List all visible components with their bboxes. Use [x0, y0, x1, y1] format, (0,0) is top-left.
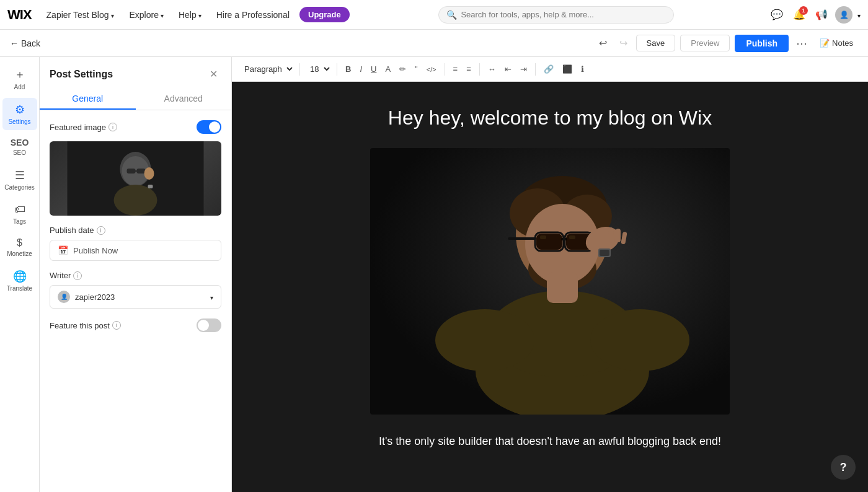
chat-icon-button[interactable]: 💬	[768, 6, 786, 23]
writer-dropdown-chevron	[210, 292, 213, 302]
highlight-button[interactable]: ✏	[396, 63, 409, 76]
featured-image-info-icon[interactable]: i	[108, 123, 117, 131]
back-arrow-icon: ←	[10, 38, 19, 48]
svg-point-36	[590, 309, 689, 371]
redo-button[interactable]: ↪	[616, 35, 631, 51]
post-settings-panel: Post Settings ✕ General Advanced Feature…	[40, 57, 232, 492]
help-button[interactable]: ?	[831, 455, 856, 480]
search-input[interactable]	[461, 10, 666, 19]
search-bar: 🔍	[438, 6, 674, 24]
svg-rect-5	[135, 170, 138, 172]
user-avatar[interactable]: 👤	[835, 6, 852, 24]
text-color-button[interactable]: A	[382, 63, 394, 76]
featured-image-row: Featured image i	[50, 120, 221, 134]
panel-title: Post Settings	[50, 69, 113, 80]
notifications-icon-button[interactable]: 🔔 1	[790, 6, 808, 23]
writer-left: 👤 zapier2023	[58, 291, 115, 303]
announcements-icon-button[interactable]: 📢	[813, 6, 830, 23]
sidebar-item-settings[interactable]: ⚙ Settings	[2, 98, 37, 130]
sidebar-item-add[interactable]: ＋ Add	[2, 62, 37, 95]
categories-icon: ☰	[15, 169, 25, 182]
format-toolbar-divider-5	[535, 63, 536, 76]
publish-button[interactable]: Publish	[735, 35, 789, 52]
panel-tabs: General Advanced	[40, 89, 231, 110]
back-button[interactable]: ← Back	[10, 38, 40, 48]
search-icon: 🔍	[446, 10, 457, 20]
featured-image-thumbnail[interactable]	[50, 141, 221, 216]
undo-button[interactable]: ↩	[595, 35, 611, 51]
sidebar-item-monetize-label: Monetize	[7, 250, 32, 257]
link-button[interactable]: 🔗	[541, 63, 557, 76]
image-button[interactable]: ⬛	[559, 63, 575, 76]
help-chevron	[198, 10, 202, 20]
help-nav-link[interactable]: Help	[174, 7, 206, 22]
sidebar-item-translate[interactable]: 🌐 Translate	[2, 265, 37, 297]
writer-dropdown[interactable]: 👤 zapier2023	[50, 285, 221, 309]
blog-post-subtitle: It's the only site builder that doesn't …	[379, 433, 721, 450]
publish-date-info-icon[interactable]: i	[97, 226, 105, 235]
blog-title-label: Zapier Test Blog	[46, 10, 109, 20]
blog-featured-image	[370, 148, 730, 415]
seo-icon: SEO	[11, 138, 29, 147]
sidebar-item-seo-label: SEO	[13, 149, 26, 156]
upgrade-button[interactable]: Upgrade	[299, 7, 350, 22]
indent-right-button[interactable]: ⇥	[517, 63, 530, 76]
writer-label: Writer i	[50, 271, 221, 280]
featured-image-toggle[interactable]	[197, 120, 221, 134]
sidebar-item-seo[interactable]: SEO SEO	[2, 133, 37, 161]
calendar-icon: 📅	[58, 245, 68, 255]
left-sidebar: ＋ Add ⚙ Settings SEO SEO ☰ Categories 🏷 …	[0, 57, 40, 492]
bold-button[interactable]: B	[342, 63, 354, 76]
hire-professional-nav-link[interactable]: Hire a Professional	[211, 7, 294, 22]
unordered-list-button[interactable]: ≡	[463, 63, 474, 76]
close-panel-button[interactable]: ✕	[206, 67, 221, 81]
publish-date-input[interactable]: 📅 Publish Now	[50, 240, 221, 261]
save-button[interactable]: Save	[636, 35, 676, 51]
top-navigation: wix Zapier Test Blog Explore Help Hire a…	[0, 0, 868, 30]
svg-rect-24	[508, 237, 536, 240]
notes-icon: 📝	[820, 38, 830, 48]
format-toolbar-divider-4	[479, 63, 480, 76]
sidebar-item-tags[interactable]: 🏷 Tags	[2, 198, 37, 230]
sidebar-item-categories-label: Categories	[4, 184, 34, 191]
format-toolbar-divider-1	[299, 63, 300, 76]
svg-rect-28	[616, 229, 621, 242]
toolbar-right-actions: ↩ ↪ Save Preview Publish ⋯ 📝 Notes	[595, 34, 858, 53]
code-button[interactable]: </>	[423, 64, 440, 75]
blog-title-button[interactable]: Zapier Test Blog	[42, 7, 120, 22]
feature-post-row: Feature this post i	[50, 318, 221, 332]
explore-chevron	[161, 10, 164, 20]
tags-icon: 🏷	[14, 203, 25, 216]
notes-label: Notes	[832, 38, 853, 48]
preview-button[interactable]: Preview	[680, 35, 730, 51]
publish-date-value: Publish Now	[73, 246, 118, 255]
font-size-select[interactable]: 18	[305, 63, 332, 76]
feature-post-label: Feature this post i	[50, 321, 121, 330]
italic-button[interactable]: I	[356, 63, 365, 76]
feature-post-toggle[interactable]	[197, 318, 221, 332]
blockquote-button[interactable]: "	[412, 63, 421, 76]
feature-post-info-icon[interactable]: i	[112, 321, 121, 330]
notes-button[interactable]: 📝 Notes	[815, 36, 858, 50]
sidebar-item-categories[interactable]: ☰ Categories	[2, 164, 37, 196]
format-toolbar: Paragraph 18 B I U A ✏ " </> ≡ ≡ ↔ ⇤ ⇥ 🔗…	[232, 57, 868, 82]
sidebar-item-monetize[interactable]: $ Monetize	[2, 232, 37, 262]
writer-avatar: 👤	[58, 291, 70, 303]
svg-rect-20	[540, 235, 546, 239]
panel-content: Featured image i	[40, 120, 231, 340]
tab-general[interactable]: General	[40, 89, 136, 110]
paragraph-style-select[interactable]: Paragraph	[239, 63, 294, 76]
writer-info-icon[interactable]: i	[73, 271, 82, 280]
more-options-button[interactable]: ⋯	[794, 34, 810, 53]
ordered-list-button[interactable]: ≡	[450, 63, 461, 76]
more-format-button[interactable]: ℹ	[578, 63, 587, 76]
text-align-button[interactable]: ↔	[485, 63, 499, 76]
indent-left-button[interactable]: ⇤	[502, 63, 515, 76]
featured-image-label: Featured image i	[50, 123, 117, 132]
editor-toolbar: ← Back ↩ ↪ Save Preview Publish ⋯ 📝 Note…	[0, 30, 868, 57]
underline-button[interactable]: U	[368, 63, 379, 76]
sidebar-item-translate-label: Translate	[7, 285, 32, 292]
explore-nav-link[interactable]: Explore	[124, 7, 168, 22]
tab-advanced[interactable]: Advanced	[136, 89, 232, 110]
editor-area: Paragraph 18 B I U A ✏ " </> ≡ ≡ ↔ ⇤ ⇥ 🔗…	[232, 57, 868, 492]
